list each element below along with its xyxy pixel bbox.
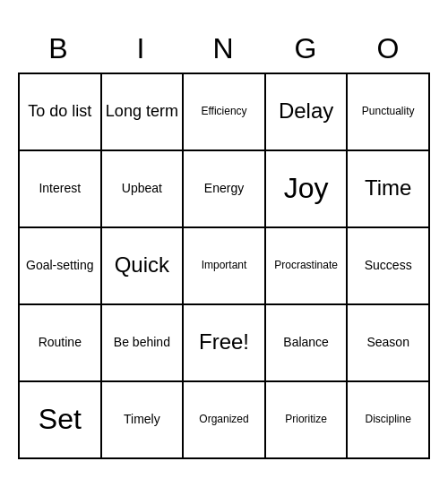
bingo-cell: Balance (266, 305, 349, 382)
bingo-cell: Season (348, 305, 430, 382)
bingo-cell: Organized (184, 382, 266, 459)
bingo-cell: Upbeat (102, 151, 185, 228)
bingo-cell: Procrastinate (266, 228, 349, 305)
bingo-cell: Set (20, 382, 102, 459)
bingo-cell: Success (348, 228, 430, 305)
header-letter: N (183, 29, 265, 73)
header-letter: B (18, 29, 100, 73)
bingo-cell: Prioritize (266, 382, 349, 459)
header-letter: O (348, 29, 430, 73)
bingo-cell: Interest (20, 151, 102, 228)
bingo-card: BINGO To do listLong termEfficiencyDelay… (18, 29, 430, 459)
bingo-header: BINGO (18, 29, 430, 73)
bingo-cell: Important (184, 228, 266, 305)
bingo-cell: Long term (102, 74, 185, 151)
bingo-cell: Be behind (102, 305, 185, 382)
bingo-cell: Punctuality (348, 74, 430, 151)
bingo-grid: To do listLong termEfficiencyDelayPunctu… (18, 73, 430, 459)
bingo-cell: Free! (184, 305, 266, 382)
bingo-cell: Joy (266, 151, 349, 228)
bingo-cell: Goal-setting (20, 228, 102, 305)
header-letter: I (100, 29, 183, 73)
bingo-cell: Routine (20, 305, 102, 382)
bingo-cell: Energy (184, 151, 266, 228)
bingo-cell: Delay (266, 74, 349, 151)
bingo-cell: Time (348, 151, 430, 228)
bingo-cell: Quick (102, 228, 185, 305)
bingo-cell: Efficiency (184, 74, 266, 151)
bingo-cell: Discipline (348, 382, 430, 459)
bingo-cell: To do list (20, 74, 102, 151)
header-letter: G (265, 29, 348, 73)
bingo-cell: Timely (102, 382, 185, 459)
